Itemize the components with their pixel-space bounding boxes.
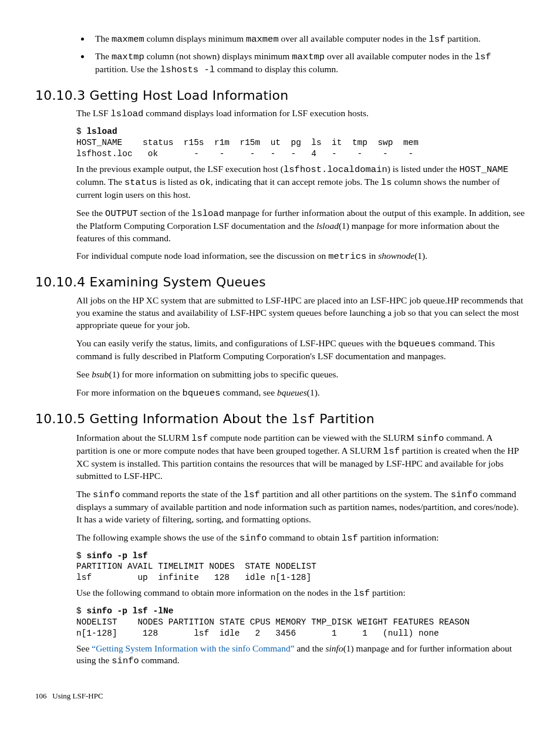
paragraph: For more information on the bqueues comm… — [76, 387, 525, 400]
text: column (not shown) displays minimum — [144, 51, 292, 61]
heading-10-10-3: 10.10.3 Getting Host Load Information — [35, 87, 525, 104]
paragraph: In the previous example output, the LSF … — [76, 163, 525, 201]
paragraph: The LSF lsload command displays load inf… — [76, 107, 525, 120]
text: partition. Use the — [95, 64, 160, 74]
text: , indicating that it can accept remote j… — [211, 177, 381, 187]
text: command to display this column. — [215, 64, 338, 74]
paragraph: See “Getting System Information with the… — [76, 643, 525, 668]
command: sinfo -p lsf -lNe — [86, 606, 173, 616]
text: over all available computer nodes in the — [325, 51, 475, 61]
code: ok — [200, 177, 211, 188]
paragraph: You can easily verify the status, limits… — [76, 337, 525, 363]
text: The following example shows the use of t… — [76, 532, 239, 542]
paragraph: See bsub(1) for more information on subm… — [76, 369, 525, 381]
code: maxtmp — [292, 52, 325, 62]
code: maxmem — [246, 34, 279, 45]
manpage-ref: shownode — [378, 251, 414, 261]
heading-code: lsf — [292, 413, 315, 427]
text: compute node partition can be viewed wit… — [208, 433, 417, 443]
text: See — [76, 643, 92, 653]
text: column displays minimum — [144, 33, 246, 43]
heading-text: Partition — [315, 411, 375, 426]
text: partition. — [445, 33, 480, 43]
code: sinfo — [239, 533, 267, 544]
code: bqueues — [182, 388, 220, 399]
text: command reports the state of the — [120, 489, 244, 499]
heading-text: 10.10.5 Getting Information About the — [35, 411, 292, 426]
text: (1). — [307, 387, 320, 397]
manpage-ref: bsub — [92, 369, 109, 379]
text: The LSF — [76, 108, 111, 118]
code: HOST_NAME — [459, 164, 508, 175]
code: maxmem — [112, 34, 144, 45]
code: lsf — [191, 433, 208, 444]
code-block-lsload: $ lsload HOST_NAME status r15s r1m r15m … — [76, 126, 525, 160]
code: lshosts -l — [160, 65, 215, 75]
text: Information about the SLURM — [76, 433, 191, 443]
code: sinfo — [451, 490, 478, 500]
text: column. The — [76, 177, 124, 187]
code: ls — [381, 177, 392, 188]
text: partition information: — [358, 532, 439, 542]
prompt: $ — [76, 606, 86, 616]
paragraph: All jobs on the HP XC system that are su… — [76, 295, 525, 332]
code-block-sinfo-2: $ sinfo -p lsf -lNe NODELIST NODES PARTI… — [76, 606, 525, 639]
bullet-1: The maxmem column displays minimum maxme… — [90, 33, 525, 46]
text: For more information on the — [76, 387, 182, 397]
code: lsf — [342, 533, 358, 544]
paragraph: The sinfo command reports the state of t… — [76, 488, 525, 526]
code: lsf — [429, 34, 445, 45]
code: lsf — [244, 490, 260, 500]
command: lsload — [86, 127, 117, 136]
code: status — [124, 177, 157, 188]
code: maxtmp — [112, 52, 144, 62]
text: command displays load information for LS… — [143, 108, 369, 118]
text: is listed as — [157, 177, 200, 187]
output: PARTITION AVAIL TIMELIMIT NODES STATE NO… — [76, 562, 316, 582]
text: The — [76, 489, 93, 499]
code: lsf — [383, 446, 400, 457]
text: partition and all other partitions on th… — [260, 489, 451, 499]
code: lsf — [353, 588, 370, 599]
text: Use the following command to obtain more… — [76, 588, 353, 598]
prompt: $ — [76, 127, 86, 136]
bullet-list: The maxmem column displays minimum maxme… — [76, 33, 525, 76]
output: HOST_NAME status r15s r1m r15m ut pg ls … — [76, 138, 419, 158]
text: (1) for more information on submitting j… — [109, 369, 339, 379]
text: command. — [139, 655, 180, 665]
text: You can easily verify the status, limits… — [76, 338, 398, 348]
code-block-sinfo-1: $ sinfo -p lsf PARTITION AVAIL TIMELIMIT… — [76, 551, 525, 584]
text: command to obtain — [267, 532, 342, 542]
text: section of the — [138, 208, 191, 218]
paragraph: Information about the SLURM lsf compute … — [76, 432, 525, 482]
paragraph: The following example shows the use of t… — [76, 532, 525, 545]
code: sinfo — [417, 433, 444, 444]
manpage-ref: lsload — [316, 221, 339, 231]
text: ) is listed under the — [387, 164, 460, 174]
cross-reference-link[interactable]: “Getting System Information with the sin… — [92, 643, 294, 653]
code: lsfhost.localdomain — [284, 164, 387, 175]
text: The — [95, 33, 112, 43]
text: in — [366, 251, 378, 261]
page-number: 106 — [35, 691, 47, 700]
heading-10-10-4: 10.10.4 Examining System Queues — [35, 274, 525, 291]
heading-10-10-5: 10.10.5 Getting Information About the ls… — [35, 410, 525, 429]
text: (1). — [414, 251, 427, 261]
output: NODELIST NODES PARTITION STATE CPUS MEMO… — [76, 617, 470, 638]
command: sinfo -p lsf — [86, 551, 147, 561]
code: sinfo — [93, 490, 120, 500]
text: and the — [295, 643, 326, 653]
page-footer: 106 Using LSF-HPC — [35, 691, 525, 701]
paragraph: See the OUTPUT section of the lsload man… — [76, 207, 525, 245]
code: lsf — [475, 52, 491, 62]
code: bqueues — [398, 339, 436, 349]
text: See the — [76, 208, 105, 218]
paragraph: For individual compute node load informa… — [76, 250, 525, 263]
text: For individual compute node load informa… — [76, 251, 328, 261]
footer-label: Using LSF-HPC — [52, 691, 103, 700]
text: over all available computer nodes in the — [279, 33, 429, 43]
text: partition: — [370, 588, 406, 598]
paragraph: Use the following command to obtain more… — [76, 587, 525, 600]
text: See — [76, 369, 92, 379]
code: lsload — [191, 208, 224, 219]
